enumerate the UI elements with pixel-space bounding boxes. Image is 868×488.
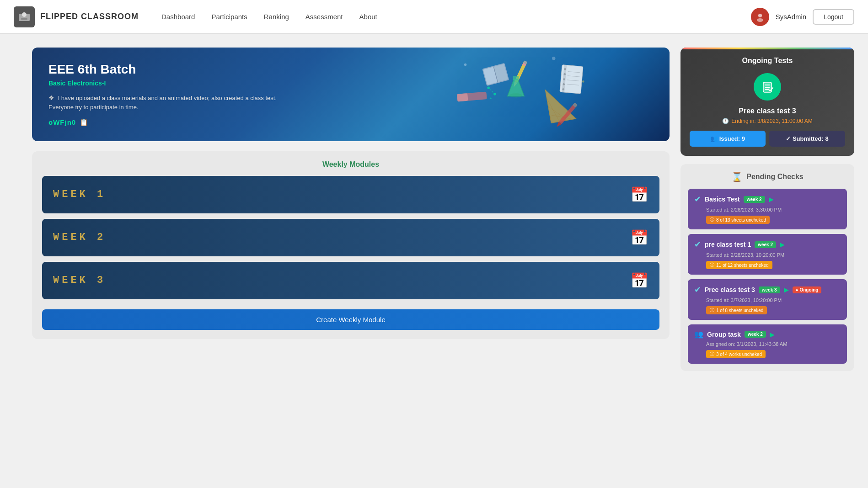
unchecked-text-1: 8 of 13 sheets uncheked bbox=[716, 217, 766, 223]
unchecked-badge-1: ⓘ 8 of 13 sheets uncheked bbox=[706, 216, 770, 224]
logout-button[interactable]: Logout bbox=[813, 9, 854, 25]
svg-point-3 bbox=[758, 14, 762, 17]
pending-item-2-unchecked: ⓘ 11 of 12 sheets uncheked bbox=[694, 260, 841, 269]
left-panel: EEE 6th Batch Basic Electronics-I ❖ I ha… bbox=[32, 48, 670, 371]
pending-item-2-date: Started at: 2/28/2023, 10:20:00 PM bbox=[694, 252, 841, 258]
arrow-icon-4: ▶ bbox=[770, 331, 775, 338]
check-mark-icon-3: ✔ bbox=[694, 285, 701, 295]
svg-point-19 bbox=[509, 93, 522, 97]
svg-line-40 bbox=[488, 88, 495, 94]
pending-item-4-badge: week 2 bbox=[745, 331, 766, 338]
pending-checks-card: ⌛ Pending Checks ✔ Basics Test week 2 ▶ … bbox=[680, 164, 854, 371]
brand-icon bbox=[14, 6, 35, 27]
week-row-2[interactable]: WEEK 2 📅 bbox=[42, 219, 659, 256]
week-row-1[interactable]: WEEK 1 📅 bbox=[42, 176, 659, 213]
user-name: SysAdmin bbox=[776, 13, 807, 21]
unchecked-text-3: 1 of 8 sheets uncheked bbox=[716, 308, 763, 313]
test-name: Pree class test 3 bbox=[690, 107, 845, 115]
issued-icon: 👥 bbox=[710, 135, 718, 142]
pending-item-3-header: ✔ Pree class test 3 week 3 ▶ ● Ongoing bbox=[694, 285, 841, 295]
banner-subtitle: Basic Electronics-I bbox=[48, 80, 653, 87]
svg-point-1 bbox=[22, 12, 27, 17]
check-mark-icon-1: ✔ bbox=[694, 194, 701, 204]
ongoing-badge-3: ● Ongoing bbox=[793, 286, 822, 293]
class-code: oWFjn0 bbox=[48, 118, 76, 126]
main-content: EEE 6th Batch Basic Electronics-I ❖ I ha… bbox=[0, 34, 868, 385]
right-panel: Ongoing Tests Pree class test 3 🕐 Ending… bbox=[680, 48, 854, 371]
pending-item-4-unchecked: ⓘ 3 of 4 works uncheked bbox=[694, 349, 841, 358]
clock-icon: 🕐 bbox=[722, 118, 729, 124]
hourglass-icon: ⌛ bbox=[731, 171, 743, 182]
submitted-stat[interactable]: ✓ Submitted: 8 bbox=[769, 131, 845, 147]
svg-point-42 bbox=[493, 93, 496, 95]
test-stats: 👥 Issued: 9 ✓ Submitted: 8 bbox=[690, 131, 845, 147]
modules-title: Weekly Modules bbox=[42, 160, 659, 169]
pending-title: Pending Checks bbox=[746, 173, 803, 181]
unchecked-badge-3: ⓘ 1 of 8 sheets uncheked bbox=[706, 306, 767, 314]
pending-item-2-badge: week 2 bbox=[755, 241, 776, 248]
avatar bbox=[751, 8, 769, 26]
pending-item-1-header: ✔ Basics Test week 2 ▶ bbox=[694, 194, 841, 204]
nav-about[interactable]: About bbox=[359, 11, 377, 22]
svg-rect-2 bbox=[21, 18, 27, 20]
class-banner: EEE 6th Batch Basic Electronics-I ❖ I ha… bbox=[32, 48, 670, 141]
week-3-label: WEEK 3 bbox=[53, 275, 106, 286]
calendar-icon-2: 📅 bbox=[630, 229, 648, 246]
nav-ranking[interactable]: Ranking bbox=[264, 11, 289, 22]
navbar: FLIPPED CLASSROOM Dashboard Participants… bbox=[0, 0, 868, 34]
nav-participants[interactable]: Participants bbox=[211, 11, 247, 22]
create-weekly-module-button[interactable]: Create Weekly Module bbox=[42, 309, 659, 330]
pending-item-4-header: 👥 Group task week 2 ▶ bbox=[694, 330, 841, 339]
nav-dashboard[interactable]: Dashboard bbox=[161, 11, 195, 22]
calendar-icon-3: 📅 bbox=[630, 272, 648, 289]
check-mark-icon-2: ✔ bbox=[694, 239, 701, 249]
svg-point-41 bbox=[487, 86, 490, 89]
calendar-icon-1: 📅 bbox=[630, 186, 648, 203]
banner-code: oWFjn0 📋 bbox=[48, 118, 653, 127]
info-icon-2: ⓘ bbox=[710, 262, 714, 268]
pending-item-4-title: Group task bbox=[707, 331, 741, 338]
brand: FLIPPED CLASSROOM bbox=[14, 6, 139, 27]
info-icon-1: ⓘ bbox=[710, 217, 714, 223]
pending-item-3[interactable]: ✔ Pree class test 3 week 3 ▶ ● Ongoing S… bbox=[688, 279, 847, 320]
pending-item-3-title: Pree class test 3 bbox=[705, 286, 755, 293]
unchecked-text-2: 11 of 12 sheets uncheked bbox=[716, 263, 769, 268]
week-row-3[interactable]: WEEK 3 📅 bbox=[42, 262, 659, 299]
unchecked-badge-4: ⓘ 3 of 4 works uncheked bbox=[706, 350, 766, 358]
arrow-icon-2: ▶ bbox=[780, 241, 785, 248]
pending-item-2-title: pre class test 1 bbox=[705, 241, 751, 248]
pending-item-3-badge: week 3 bbox=[759, 286, 780, 293]
brand-title: FLIPPED CLASSROOM bbox=[40, 12, 139, 21]
pending-item-2-header: ✔ pre class test 1 week 2 ▶ bbox=[694, 239, 841, 249]
copy-icon[interactable]: 📋 bbox=[80, 118, 88, 127]
svg-point-37 bbox=[490, 97, 492, 99]
weekly-modules-card: Weekly Modules WEEK 1 📅 WEEK 2 📅 WEEK 3 … bbox=[32, 151, 670, 339]
svg-point-38 bbox=[552, 57, 555, 60]
check-icon: ✓ bbox=[786, 135, 791, 142]
pending-item-2[interactable]: ✔ pre class test 1 week 2 ▶ Started at: … bbox=[688, 234, 847, 275]
test-ending-text: Ending in: 3/8/2023, 11:00:00 AM bbox=[731, 118, 812, 124]
info-icon-4: ⓘ bbox=[710, 351, 714, 357]
arrow-icon-1: ▶ bbox=[769, 196, 774, 203]
ongoing-tests-card: Ongoing Tests Pree class test 3 🕐 Ending… bbox=[680, 48, 854, 156]
svg-point-4 bbox=[757, 18, 763, 22]
pending-item-1-date: Started at: 2/26/2023, 3:30:00 PM bbox=[694, 207, 841, 212]
ongoing-tests-title: Ongoing Tests bbox=[690, 57, 845, 65]
pending-item-3-date: Started at: 3/7/2023, 10:20:00 PM bbox=[694, 297, 841, 303]
week-2-label: WEEK 2 bbox=[53, 232, 106, 243]
svg-rect-32 bbox=[457, 93, 468, 102]
pending-item-1-title: Basics Test bbox=[705, 196, 740, 203]
test-icon bbox=[754, 73, 781, 101]
week-1-label: WEEK 1 bbox=[53, 189, 106, 200]
submitted-label: Submitted: 8 bbox=[793, 135, 829, 142]
pending-item-1-unchecked: ⓘ 8 of 13 sheets uncheked bbox=[694, 215, 841, 224]
unchecked-badge-2: ⓘ 11 of 12 sheets uncheked bbox=[706, 261, 772, 269]
pending-item-1[interactable]: ✔ Basics Test week 2 ▶ Started at: 2/26/… bbox=[688, 189, 847, 229]
pending-item-1-badge: week 2 bbox=[744, 196, 765, 203]
banner-description: ❖ I have uploaded a class materials and … bbox=[48, 93, 277, 112]
pending-item-4[interactable]: 👥 Group task week 2 ▶ Assigned on: 3/1/2… bbox=[688, 324, 847, 364]
info-icon-3: ⓘ bbox=[710, 307, 714, 313]
pending-item-4-date: Assigned on: 3/1/2023, 11:43:38 AM bbox=[694, 341, 841, 347]
nav-assessment[interactable]: Assessment bbox=[305, 11, 343, 22]
issued-stat[interactable]: 👥 Issued: 9 bbox=[690, 131, 766, 147]
